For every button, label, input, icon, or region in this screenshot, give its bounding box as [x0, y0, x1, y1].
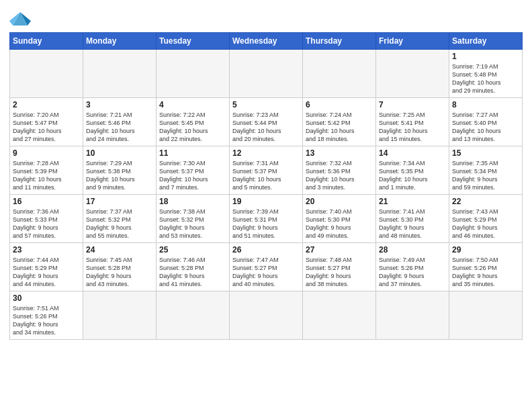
calendar-cell — [157, 50, 230, 98]
day-number: 1 — [452, 52, 519, 61]
day-info: Sunrise: 7:22 AM Sunset: 5:45 PM Dayligh… — [159, 111, 226, 144]
day-number: 11 — [159, 148, 226, 158]
day-info: Sunrise: 7:50 AM Sunset: 5:26 PM Dayligh… — [452, 256, 519, 289]
calendar-cell: 3Sunrise: 7:21 AM Sunset: 5:46 PM Daylig… — [83, 98, 157, 146]
calendar-cell — [376, 50, 449, 98]
calendar-week-4: 16Sunrise: 7:36 AM Sunset: 5:33 PM Dayli… — [10, 195, 523, 243]
calendar-cell: 5Sunrise: 7:23 AM Sunset: 5:44 PM Daylig… — [230, 98, 303, 146]
weekday-header-monday: Monday — [83, 33, 157, 50]
calendar-cell: 12Sunrise: 7:31 AM Sunset: 5:37 PM Dayli… — [230, 146, 303, 195]
day-info: Sunrise: 7:24 AM Sunset: 5:42 PM Dayligh… — [306, 111, 373, 144]
day-number: 10 — [86, 148, 153, 158]
calendar-cell: 4Sunrise: 7:22 AM Sunset: 5:45 PM Daylig… — [157, 98, 230, 146]
day-number: 28 — [379, 245, 446, 255]
day-info: Sunrise: 7:32 AM Sunset: 5:36 PM Dayligh… — [306, 159, 373, 192]
calendar-cell: 15Sunrise: 7:35 AM Sunset: 5:34 PM Dayli… — [449, 146, 523, 195]
weekday-header-saturday: Saturday — [449, 33, 523, 50]
day-number: 25 — [159, 245, 226, 255]
day-info: Sunrise: 7:46 AM Sunset: 5:28 PM Dayligh… — [159, 256, 226, 289]
calendar-cell: 14Sunrise: 7:34 AM Sunset: 5:35 PM Dayli… — [376, 146, 449, 195]
day-number: 12 — [232, 148, 300, 158]
calendar-cell: 17Sunrise: 7:37 AM Sunset: 5:32 PM Dayli… — [83, 195, 157, 243]
calendar-cell: 28Sunrise: 7:49 AM Sunset: 5:26 PM Dayli… — [376, 243, 449, 291]
calendar-cell — [449, 291, 523, 340]
calendar-cell — [83, 50, 157, 98]
weekday-header-row: SundayMondayTuesdayWednesdayThursdayFrid… — [10, 33, 523, 50]
calendar-cell: 2Sunrise: 7:20 AM Sunset: 5:47 PM Daylig… — [10, 98, 83, 146]
calendar-cell: 25Sunrise: 7:46 AM Sunset: 5:28 PM Dayli… — [157, 243, 230, 291]
day-info: Sunrise: 7:27 AM Sunset: 5:40 PM Dayligh… — [452, 111, 519, 144]
calendar-cell: 18Sunrise: 7:38 AM Sunset: 5:32 PM Dayli… — [157, 195, 230, 243]
page: SundayMondayTuesdayWednesdayThursdayFrid… — [0, 0, 532, 411]
day-number: 26 — [232, 245, 300, 255]
calendar-cell: 26Sunrise: 7:47 AM Sunset: 5:27 PM Dayli… — [230, 243, 303, 291]
calendar-cell — [303, 50, 376, 98]
day-number: 20 — [306, 197, 373, 206]
day-info: Sunrise: 7:30 AM Sunset: 5:37 PM Dayligh… — [159, 159, 226, 192]
calendar-cell: 7Sunrise: 7:25 AM Sunset: 5:41 PM Daylig… — [376, 98, 449, 146]
calendar-cell — [230, 291, 303, 340]
calendar-cell: 20Sunrise: 7:40 AM Sunset: 5:30 PM Dayli… — [303, 195, 376, 243]
calendar-cell: 1Sunrise: 7:19 AM Sunset: 5:48 PM Daylig… — [449, 50, 523, 98]
calendar-cell: 22Sunrise: 7:43 AM Sunset: 5:29 PM Dayli… — [449, 195, 523, 243]
calendar-cell — [10, 50, 83, 98]
day-info: Sunrise: 7:37 AM Sunset: 5:32 PM Dayligh… — [86, 208, 153, 240]
day-info: Sunrise: 7:47 AM Sunset: 5:27 PM Dayligh… — [232, 256, 300, 289]
calendar-cell: 13Sunrise: 7:32 AM Sunset: 5:36 PM Dayli… — [303, 146, 376, 195]
day-number: 6 — [306, 100, 373, 109]
calendar-week-2: 2Sunrise: 7:20 AM Sunset: 5:47 PM Daylig… — [10, 98, 523, 146]
day-info: Sunrise: 7:49 AM Sunset: 5:26 PM Dayligh… — [379, 256, 446, 289]
calendar-cell — [157, 291, 230, 340]
day-number: 30 — [13, 293, 80, 303]
day-info: Sunrise: 7:48 AM Sunset: 5:27 PM Dayligh… — [306, 256, 373, 289]
calendar-cell: 10Sunrise: 7:29 AM Sunset: 5:38 PM Dayli… — [83, 146, 157, 195]
weekday-header-thursday: Thursday — [303, 33, 376, 50]
weekday-header-tuesday: Tuesday — [157, 33, 230, 50]
day-number: 5 — [232, 100, 300, 109]
calendar-cell: 9Sunrise: 7:28 AM Sunset: 5:39 PM Daylig… — [10, 146, 83, 195]
logo — [9, 9, 34, 28]
day-number: 3 — [86, 100, 153, 109]
day-number: 29 — [452, 245, 519, 255]
day-info: Sunrise: 7:45 AM Sunset: 5:28 PM Dayligh… — [86, 256, 153, 289]
day-number: 27 — [306, 245, 373, 255]
day-info: Sunrise: 7:21 AM Sunset: 5:46 PM Dayligh… — [86, 111, 153, 144]
calendar-week-5: 23Sunrise: 7:44 AM Sunset: 5:29 PM Dayli… — [10, 243, 523, 291]
day-number: 22 — [452, 197, 519, 206]
day-number: 16 — [13, 197, 80, 206]
day-number: 15 — [452, 148, 519, 158]
calendar-cell: 23Sunrise: 7:44 AM Sunset: 5:29 PM Dayli… — [10, 243, 83, 291]
header — [9, 7, 523, 28]
weekday-header-wednesday: Wednesday — [230, 33, 303, 50]
calendar-cell: 30Sunrise: 7:51 AM Sunset: 5:26 PM Dayli… — [10, 291, 83, 340]
day-number: 24 — [86, 245, 153, 255]
day-number: 19 — [232, 197, 300, 206]
day-info: Sunrise: 7:51 AM Sunset: 5:26 PM Dayligh… — [13, 304, 80, 337]
day-info: Sunrise: 7:39 AM Sunset: 5:31 PM Dayligh… — [232, 208, 300, 240]
day-info: Sunrise: 7:41 AM Sunset: 5:30 PM Dayligh… — [379, 208, 446, 240]
day-number: 18 — [159, 197, 226, 206]
weekday-header-sunday: Sunday — [10, 33, 83, 50]
calendar-week-6: 30Sunrise: 7:51 AM Sunset: 5:26 PM Dayli… — [10, 291, 523, 340]
calendar-cell: 21Sunrise: 7:41 AM Sunset: 5:30 PM Dayli… — [376, 195, 449, 243]
day-info: Sunrise: 7:28 AM Sunset: 5:39 PM Dayligh… — [13, 159, 80, 192]
day-number: 14 — [379, 148, 446, 158]
day-info: Sunrise: 7:20 AM Sunset: 5:47 PM Dayligh… — [13, 111, 80, 144]
calendar-cell: 16Sunrise: 7:36 AM Sunset: 5:33 PM Dayli… — [10, 195, 83, 243]
day-number: 13 — [306, 148, 373, 158]
day-number: 2 — [13, 100, 80, 109]
day-number: 8 — [452, 100, 519, 109]
day-number: 9 — [13, 148, 80, 158]
day-info: Sunrise: 7:31 AM Sunset: 5:37 PM Dayligh… — [232, 159, 300, 192]
calendar-cell — [83, 291, 157, 340]
day-info: Sunrise: 7:35 AM Sunset: 5:34 PM Dayligh… — [452, 159, 519, 192]
day-info: Sunrise: 7:23 AM Sunset: 5:44 PM Dayligh… — [232, 111, 300, 144]
day-info: Sunrise: 7:38 AM Sunset: 5:32 PM Dayligh… — [159, 208, 226, 240]
calendar-cell: 27Sunrise: 7:48 AM Sunset: 5:27 PM Dayli… — [303, 243, 376, 291]
day-info: Sunrise: 7:44 AM Sunset: 5:29 PM Dayligh… — [13, 256, 80, 289]
calendar-cell — [376, 291, 449, 340]
day-info: Sunrise: 7:36 AM Sunset: 5:33 PM Dayligh… — [13, 208, 80, 240]
day-info: Sunrise: 7:34 AM Sunset: 5:35 PM Dayligh… — [379, 159, 446, 192]
calendar-cell — [230, 50, 303, 98]
day-info: Sunrise: 7:40 AM Sunset: 5:30 PM Dayligh… — [306, 208, 373, 240]
